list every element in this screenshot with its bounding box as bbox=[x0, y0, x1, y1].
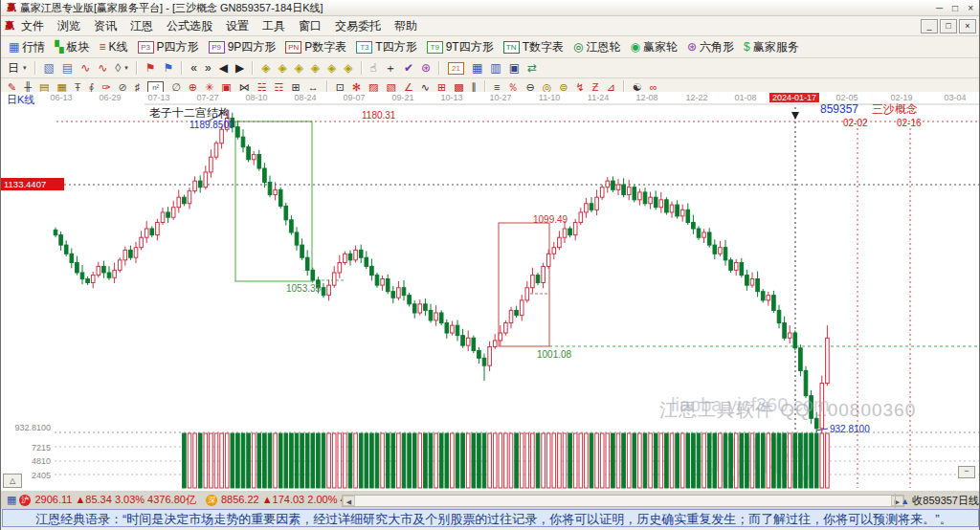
winner-wheel-button[interactable]: ◉赢家轮 bbox=[627, 38, 681, 56]
shanghai-index-icon: 沪 bbox=[19, 495, 31, 506]
gann-diamond-5[interactable]: ◈ bbox=[324, 61, 339, 75]
calendar-button-badge: 21 bbox=[448, 62, 464, 75]
child-minimize-button[interactable]: _ bbox=[921, 19, 938, 33]
expand-panel-button[interactable]: △ bbox=[3, 474, 22, 488]
gann-diamond-6[interactable]: ◈ bbox=[341, 61, 355, 75]
nine-p-square-button[interactable]: P99P四方形 bbox=[205, 38, 280, 56]
quotes-button[interactable]: ▦行情 bbox=[5, 38, 49, 56]
quotes-button-glyph: ▦ bbox=[9, 41, 19, 53]
menu-设置[interactable]: 设置 bbox=[219, 16, 256, 36]
crosshair-button[interactable]: ＋ bbox=[382, 61, 399, 75]
chart-area: 日K线 06-1306-2907-1307-2708-1008-2409-070… bbox=[1, 92, 980, 490]
gann-boxes-layer bbox=[235, 121, 549, 346]
grid-icon[interactable]: ▦ bbox=[7, 494, 16, 506]
flag-mark-icon[interactable]: ⚑ bbox=[143, 61, 159, 75]
quote-bar: 江恩经典语录：“时间是决定市场走势的重要因素，经过详细研究大市及个别股票的过往记… bbox=[2, 509, 979, 527]
scrollbar-track[interactable] bbox=[355, 496, 891, 506]
chart-panel-icon[interactable]: ▧ bbox=[41, 61, 57, 75]
symbol-name-label: 三沙概念 bbox=[872, 103, 918, 116]
prev-bar-button[interactable]: ◀ bbox=[216, 61, 231, 75]
pen-tool-button-glyph: ✎ bbox=[8, 82, 16, 93]
close-button[interactable]: × bbox=[968, 3, 973, 13]
period-day-selector[interactable]: 日▾ bbox=[5, 61, 30, 75]
candles-layer bbox=[54, 109, 829, 433]
mini-wheel-button[interactable]: ⊛ bbox=[418, 61, 434, 75]
bowtie-tool-glyph: ⋈ bbox=[239, 82, 250, 93]
scroll-left-button[interactable]: ◀ bbox=[343, 496, 355, 506]
axis-date-06-13: 06-13 bbox=[50, 93, 72, 102]
minimize-button[interactable]: ─ bbox=[936, 3, 943, 13]
parallel-tool-glyph: ∥ bbox=[472, 82, 478, 93]
kline-style-icon-glyph: ∿ bbox=[80, 62, 90, 74]
last-bar-button[interactable]: » bbox=[202, 61, 214, 75]
p-square-button-badge: P3 bbox=[138, 41, 154, 54]
future-date-0202: 02-02 bbox=[843, 118, 868, 128]
menu-文件[interactable]: 文件 bbox=[14, 16, 51, 36]
axis-date-12-08: 12-08 bbox=[635, 93, 657, 102]
winner-service-button-glyph: $ bbox=[744, 41, 750, 53]
horizontal-scrollbar[interactable]: ◀ ▶ bbox=[342, 495, 904, 507]
verify-tool-button[interactable]: ✔ bbox=[401, 61, 416, 75]
calculator-button[interactable]: ▦ bbox=[469, 61, 485, 75]
winner-service-button[interactable]: $赢家服务 bbox=[740, 38, 803, 56]
next-bar-button[interactable]: ▶ bbox=[233, 61, 247, 75]
first-bar-button[interactable]: « bbox=[188, 61, 200, 75]
menu-帮助[interactable]: 帮助 bbox=[388, 16, 424, 36]
nine-t-square-button-label: 9T四方形 bbox=[446, 39, 494, 55]
style-selector[interactable]: ◊▾ bbox=[112, 61, 130, 75]
kline-style2-icon[interactable]: ∿ bbox=[95, 61, 110, 75]
menu-资讯[interactable]: 资讯 bbox=[87, 16, 123, 36]
future-date-0216: 02-16 bbox=[897, 118, 922, 128]
sectors-button[interactable]: ▚板块 bbox=[51, 38, 93, 56]
axis-date-10-13: 10-13 bbox=[440, 93, 462, 102]
toolbar-separator bbox=[361, 61, 363, 75]
list-panel-icon[interactable]: ▤ bbox=[59, 61, 76, 75]
axis-date-11-10: 11-10 bbox=[539, 93, 560, 102]
gann-diamond-6-glyph: ◈ bbox=[344, 62, 352, 74]
menu-窗口[interactable]: 窗口 bbox=[292, 16, 328, 36]
p-square-button-label: P四方形 bbox=[157, 39, 199, 55]
p-square-button[interactable]: P3P四方形 bbox=[134, 38, 203, 56]
last-bar-button-glyph: » bbox=[205, 62, 212, 74]
transfer-button[interactable]: ⇄ bbox=[524, 61, 540, 75]
collapse-panel-button[interactable]: − bbox=[958, 466, 975, 478]
menu-浏览[interactable]: 浏览 bbox=[51, 16, 87, 36]
maximize-button[interactable]: □ bbox=[952, 3, 958, 13]
grid-lines-tool-glyph: ♯ bbox=[135, 82, 141, 93]
gann-diamond-2[interactable]: ◈ bbox=[275, 61, 289, 75]
t-number-table-button-badge: TN bbox=[503, 41, 520, 54]
gann-wheel-button[interactable]: ◎江恩轮 bbox=[569, 38, 624, 56]
gann-diamond-1[interactable]: ◈ bbox=[258, 61, 273, 75]
style-selector-glyph: ◊ bbox=[115, 62, 121, 74]
flags-mark-icon[interactable]: ⚑ bbox=[161, 61, 177, 75]
signal-icon: ▲ bbox=[901, 497, 909, 506]
hand-tool-button[interactable]: ☝ bbox=[368, 61, 380, 75]
kline-button-glyph: ≡ bbox=[100, 41, 106, 53]
menu-交易委托[interactable]: 交易委托 bbox=[328, 16, 388, 36]
kline-button[interactable]: ≡K线 bbox=[96, 38, 132, 56]
child-close-button[interactable]: × bbox=[959, 19, 976, 33]
child-window-controls: _□× bbox=[921, 19, 979, 33]
gann-diamond-3[interactable]: ◈ bbox=[292, 61, 306, 75]
p-number-table-button-badge: PN bbox=[285, 41, 301, 54]
t-number-table-button[interactable]: TNT数字表 bbox=[500, 38, 568, 56]
gann-diamond-4[interactable]: ◈ bbox=[308, 61, 323, 75]
report-button[interactable]: ▥ bbox=[487, 61, 503, 75]
save-button[interactable]: ▣ bbox=[506, 61, 523, 75]
winner-service-button-label: 赢家服务 bbox=[753, 39, 799, 55]
volume-bars-layer bbox=[183, 433, 830, 488]
hexagon-button[interactable]: ⊛六角形 bbox=[683, 38, 738, 56]
sectors-button-label: 板块 bbox=[67, 39, 90, 55]
current-price-badge-text: 1133.4407 bbox=[4, 179, 46, 189]
p-number-table-button[interactable]: PNP数字表 bbox=[281, 38, 350, 56]
calendar-button[interactable]: 21 bbox=[445, 61, 467, 76]
nine-t-square-button[interactable]: T99T四方形 bbox=[423, 38, 498, 56]
t-square-button[interactable]: T3T四方形 bbox=[352, 38, 420, 56]
kline-style-icon[interactable]: ∿ bbox=[78, 61, 93, 75]
menu-公式选股[interactable]: 公式选股 bbox=[160, 16, 219, 36]
menu-江恩[interactable]: 江恩 bbox=[123, 16, 160, 36]
menu-工具[interactable]: 工具 bbox=[256, 16, 292, 36]
hand-tool-button-glyph: ☝ bbox=[370, 62, 377, 74]
child-restore-button[interactable]: □ bbox=[940, 19, 957, 33]
candlestick-chart: 1133.4407老子十二宫结构859357三沙概念02-0202-161189… bbox=[1, 103, 980, 490]
